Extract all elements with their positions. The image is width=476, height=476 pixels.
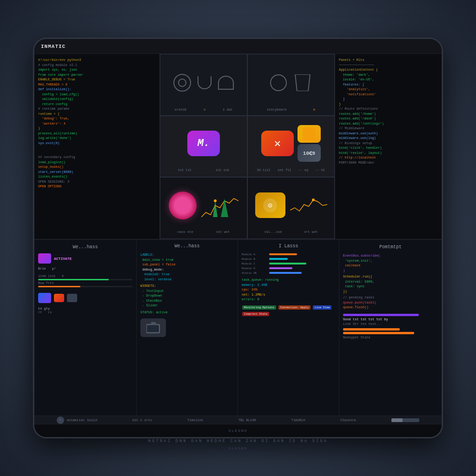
device-preview (140, 318, 234, 337)
code-line: sys.exit(0) (38, 141, 156, 146)
code-line: // Bindings setup (339, 141, 438, 146)
gray-app-icon[interactable]: 10₵9 (298, 144, 321, 162)
orange-app-panel: ✕ 10₵9 Xd tilt set fit -- sq (247, 116, 335, 178)
code-line: def initialize(): (38, 87, 156, 92)
pink-app-icon[interactable]: M. (187, 131, 220, 156)
panel-indicator: ⊙ (313, 108, 315, 112)
row-left: ○ animation build (57, 416, 97, 424)
bcode-line: queue.push(task1) (343, 300, 438, 305)
tag-group-2: Good tst tst tst tst by Line Str tes tes… (343, 314, 438, 340)
bar-item-4: Timeline (187, 418, 203, 422)
code-line: log.write('done') (38, 136, 156, 141)
bcode-line: // pending tasks (343, 295, 438, 300)
code-line: 'analytics', (339, 87, 438, 92)
panel-meta-4: -- ht (315, 168, 325, 172)
code-line: 'workers': 4 (38, 121, 156, 126)
panel-sub: 1 dat (223, 108, 232, 112)
shapes-panel-1: sreni0 ⊙ 1 dat (160, 54, 247, 116)
panel-label: storyboard (267, 108, 286, 112)
stats-label: item list 4 (38, 274, 132, 278)
bcode-line: Line Str tes test... (343, 322, 438, 327)
code-line: 'debug': True, (38, 116, 156, 121)
timeline-row-1: Module A (242, 252, 335, 256)
yellow-folder-icon[interactable]: ⊙ (255, 192, 285, 218)
yellow-folder-panel: ⊙ vol...sse vrt wvt (247, 177, 335, 239)
code-line: // Middleware (339, 126, 438, 131)
caption-area: NGTRAI DNN DAN HEDHE CAN ZAN DI GAN ID N… (0, 439, 476, 450)
bcode-line: Scheduler.run({ (343, 274, 438, 279)
bcode-line: - Slider (140, 303, 234, 308)
bar-item-5: TBL NLtH0 (238, 418, 256, 422)
magenta-circle (169, 192, 197, 219)
code-line: setup_hooks() (38, 165, 156, 170)
code-line: PORT=3000 MODE=dev (339, 160, 438, 165)
status-bar: SLESNO (34, 424, 442, 437)
status-text: SLESNO (229, 429, 248, 433)
bc-value: rt rs (38, 311, 132, 314)
folder-symbol: ⊙ (268, 201, 272, 210)
bcode-line: 'system.init', (343, 258, 438, 264)
bcode-line: errors: 0 (242, 297, 335, 302)
gray-app-text: 10₵9 (303, 150, 315, 156)
shape-trapezoid (293, 74, 312, 91)
code-line: # config module v2.1 (38, 63, 156, 68)
tl-label: Module B (242, 258, 267, 261)
circle-indicator: ○ (57, 416, 64, 424)
title-bar: INMATIC (34, 39, 442, 54)
panel-meta: int ink (216, 168, 229, 172)
tl-bar-1 (269, 253, 297, 255)
code-line: routes.add('/settings') (339, 121, 438, 126)
bcode-line: - TextInput (140, 289, 234, 294)
bcode-line: enabled: true (140, 272, 234, 277)
code-line: process_all(runtime) (38, 131, 156, 136)
mini-app-preview: ACTIVATE Brin y/ item list 4 Nuw Trts (38, 253, 132, 314)
bottom-row-bar: ○ animation build bst n srts Timeline TB… (34, 416, 442, 424)
panel3-code: task_queue: running memory: 2.4GB cpu: 3… (242, 278, 335, 302)
bcode-line: debug_mode: (140, 267, 234, 272)
bottom-panel-3: I Lasss Module A Module B Module C (238, 240, 339, 416)
tl-label: Module D (242, 267, 267, 270)
bcode-line: task: sync (343, 284, 438, 289)
tl-bar-3 (269, 263, 306, 264)
svg-point-3 (214, 199, 217, 202)
mini-blue-icon (38, 293, 51, 303)
caption-line-1: NGTRAI DNN DAN HEDHE CAN ZAN DI GAN ID N… (148, 439, 328, 443)
sub-label: Nuw Trts (38, 281, 132, 285)
bcode-line: callback (343, 263, 438, 268)
tl-label: Status OK (242, 271, 267, 275)
tag-badges: Monitoring Options Connection: Apply Liv… (242, 305, 335, 317)
yellow-app-icon[interactable] (298, 125, 321, 143)
bcode-line: LABELS: (140, 252, 234, 258)
pink-app-letter: M. (198, 138, 210, 149)
panel-indicator: ⊙ (204, 108, 205, 112)
bar-item-3: bst n srts (132, 418, 152, 422)
we-hass-title: We...hass (174, 244, 199, 249)
svg-rect-6 (151, 322, 156, 325)
code-line: import sys, os, json (38, 67, 156, 73)
code-line: config = load_cfg() (38, 92, 156, 97)
code-line: theme: 'dark', (339, 73, 438, 78)
orange-app-icon[interactable]: ✕ (261, 131, 294, 156)
mini-orange-icon (54, 294, 64, 302)
code-line: middleware.use(log) (339, 136, 438, 141)
tag-2: Connection: Apply (278, 305, 311, 310)
bcode-line: WIDGETS: (140, 284, 234, 289)
mini-icons-row (38, 293, 132, 303)
shapes-panel-2: storyboard ⊙ (247, 54, 335, 116)
orange-bar-2 (343, 332, 414, 334)
tl-bar-2 (269, 258, 288, 260)
timeline-row-3: Module C (242, 262, 335, 265)
bc-label: tn gty (38, 307, 132, 311)
device-icon (140, 318, 166, 337)
bottom-section: We...hass ACTIVATE Brin y/ item list 4 (34, 240, 442, 416)
bottom-title-1: We...hass (38, 245, 132, 250)
tl-label: Module A (242, 253, 267, 256)
main-content: #!/usr/bin/env python3 # config module v… (34, 54, 442, 424)
bcode-line: sub_panel = false (140, 262, 234, 267)
code-line: start_server(8080) (38, 170, 156, 175)
code-line: load_plugins() (38, 160, 156, 165)
bcode-line: task_queue: running (242, 278, 335, 283)
code-line: locale: 'en-US', (339, 77, 438, 82)
progress-indicator (391, 418, 419, 422)
tag-3: Live View (313, 305, 331, 310)
